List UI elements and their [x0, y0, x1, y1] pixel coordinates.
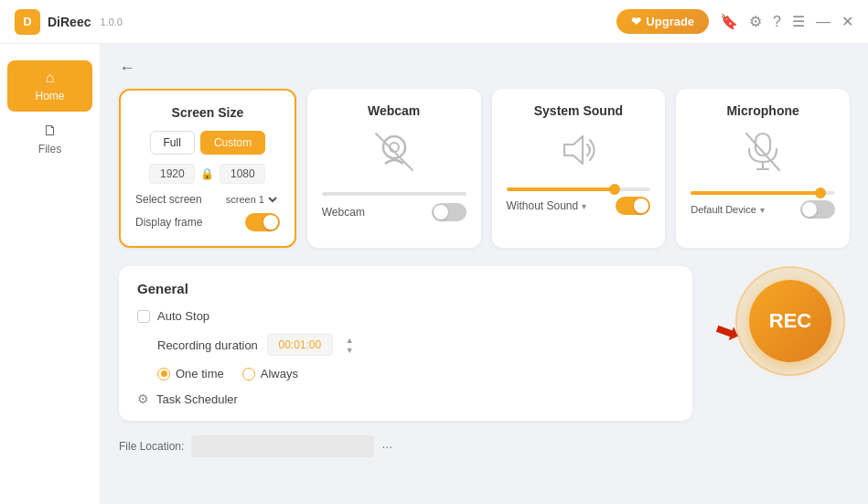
auto-stop-label: Auto Stop: [157, 309, 209, 323]
help-icon[interactable]: ?: [773, 14, 781, 30]
auto-stop-checkbox[interactable]: [137, 310, 150, 323]
app-logo: D: [15, 9, 40, 35]
sys-slider-fill: [507, 188, 615, 191]
general-title: General: [137, 281, 674, 296]
screen-select[interactable]: screen 1: [222, 193, 280, 206]
microphone-title: Microphone: [691, 103, 835, 118]
files-icon: 🗋: [43, 123, 58, 139]
mic-bottom: Default Device ▾: [691, 200, 835, 219]
svg-line-2: [376, 134, 413, 170]
task-scheduler-label: Task Scheduler: [156, 392, 238, 406]
file-location-label: File Location:: [119, 440, 184, 453]
system-sound-slider[interactable]: [507, 188, 651, 191]
webcam-toggle[interactable]: [432, 203, 466, 221]
mic-slider-fill: [691, 191, 820, 195]
titlebar: D DiReec 1.0.0 ❤ Upgrade 🔖 ⚙ ? ☰ — ✕: [0, 0, 868, 44]
heart-icon: ❤: [631, 15, 641, 28]
webcam-label: Webcam: [322, 206, 365, 219]
app-version: 1.0.0: [100, 16, 122, 27]
size-buttons: Full Custom: [135, 131, 280, 155]
file-location-row: File Location: ···: [119, 435, 692, 457]
settings-icon[interactable]: ⚙: [749, 13, 762, 30]
svg-point-0: [383, 136, 405, 158]
back-button[interactable]: ←: [119, 59, 135, 78]
select-screen-row: Select screen screen 1: [135, 193, 280, 206]
sidebar: ⌂ Home 🗋 Files: [0, 44, 101, 504]
always-label: Always: [261, 367, 298, 381]
sidebar-item-files-label: Files: [38, 143, 61, 155]
cards-row: Screen Size Full Custom 🔒 Select screen …: [119, 89, 850, 248]
recording-duration-row: Recording duration ▲ ▼: [137, 334, 674, 356]
main-content: ← Screen Size Full Custom 🔒 Select scree…: [101, 44, 868, 504]
system-sound-card: System Sound Without Sound ▾: [492, 89, 666, 248]
radio-one-time-btn[interactable]: [157, 368, 170, 381]
microphone-toggle-knob: [802, 202, 817, 217]
display-frame-toggle[interactable]: [245, 213, 280, 231]
webcam-card: Webcam Webcam: [307, 89, 481, 248]
bottom-left: General Auto Stop Recording duration ▲ ▼: [119, 266, 692, 457]
spinner-up-icon[interactable]: ▲: [346, 336, 354, 345]
sound-icon: [507, 129, 651, 178]
microphone-toggle[interactable]: [800, 200, 835, 219]
mic-slider-thumb: [815, 188, 826, 198]
webcam-title: Webcam: [322, 103, 466, 118]
titlebar-right: ❤ Upgrade 🔖 ⚙ ? ☰ — ✕: [616, 9, 853, 34]
sound-chevron-icon[interactable]: ▾: [582, 201, 586, 211]
task-scheduler-row[interactable]: ⚙ Task Scheduler: [137, 391, 674, 406]
webcam-toggle-knob: [434, 205, 448, 220]
radio-always[interactable]: Always: [242, 367, 298, 381]
sound-bottom: Without Sound ▾: [507, 197, 651, 215]
svg-point-1: [390, 143, 399, 152]
task-scheduler-icon: ⚙: [137, 391, 149, 406]
select-screen-label: Select screen: [135, 193, 202, 206]
upgrade-button[interactable]: ❤ Upgrade: [616, 9, 709, 34]
sidebar-item-files[interactable]: 🗋 Files: [7, 113, 92, 165]
duration-spinner[interactable]: ▲ ▼: [346, 336, 354, 355]
screen-size-title: Screen Size: [135, 105, 280, 120]
titlebar-left: D DiReec 1.0.0: [15, 9, 123, 35]
microphone-card: Microphone Default Devi: [676, 89, 850, 248]
radio-row: One time Always: [137, 367, 674, 381]
home-icon: ⌂: [46, 70, 55, 86]
display-frame-row: Display frame: [135, 213, 280, 231]
duration-input[interactable]: [267, 334, 333, 356]
rec-button[interactable]: REC: [749, 280, 831, 362]
auto-stop-row: Auto Stop: [137, 309, 674, 323]
microphone-slider[interactable]: [691, 191, 835, 195]
toggle-knob: [263, 215, 278, 230]
mic-chevron-icon[interactable]: ▾: [760, 205, 765, 215]
lock-icon: 🔒: [200, 167, 214, 180]
spinner-down-icon[interactable]: ▼: [346, 346, 354, 355]
width-input[interactable]: [149, 164, 195, 184]
webcam-bottom: Webcam: [322, 203, 466, 221]
sidebar-item-home[interactable]: ⌂ Home: [7, 60, 92, 112]
file-more-button[interactable]: ···: [381, 439, 392, 454]
radio-always-btn[interactable]: [242, 368, 255, 381]
bottom-section: General Auto Stop Recording duration ▲ ▼: [119, 266, 850, 457]
webcam-icon: [322, 129, 466, 183]
height-input[interactable]: [220, 164, 265, 184]
layout: ⌂ Home 🗋 Files ← Screen Size Full Custom…: [0, 44, 868, 504]
close-icon[interactable]: ✕: [841, 13, 853, 30]
sidebar-item-home-label: Home: [35, 90, 64, 102]
mic-icon: [691, 129, 835, 182]
screen-size-card: Screen Size Full Custom 🔒 Select screen …: [119, 89, 296, 248]
default-device-label: Default Device: [691, 204, 756, 215]
display-frame-label: Display frame: [135, 216, 202, 229]
resolution-row: 🔒: [135, 164, 280, 184]
webcam-slider[interactable]: [322, 192, 466, 196]
sys-slider-thumb: [609, 184, 620, 195]
custom-button[interactable]: Custom: [200, 131, 265, 155]
without-sound-label: Without Sound: [507, 199, 579, 212]
menu-icon[interactable]: ☰: [792, 13, 805, 30]
one-time-label: One time: [176, 367, 224, 381]
system-sound-toggle[interactable]: [616, 197, 650, 215]
rec-arrow: ➡: [710, 311, 745, 352]
radio-one-time[interactable]: One time: [157, 367, 224, 381]
full-button[interactable]: Full: [150, 131, 195, 155]
app-name: DiReec: [48, 15, 91, 29]
file-path-display: [191, 435, 374, 457]
minimize-icon[interactable]: —: [816, 14, 830, 30]
coupon-icon[interactable]: 🔖: [720, 13, 738, 30]
rec-label: REC: [769, 309, 811, 333]
